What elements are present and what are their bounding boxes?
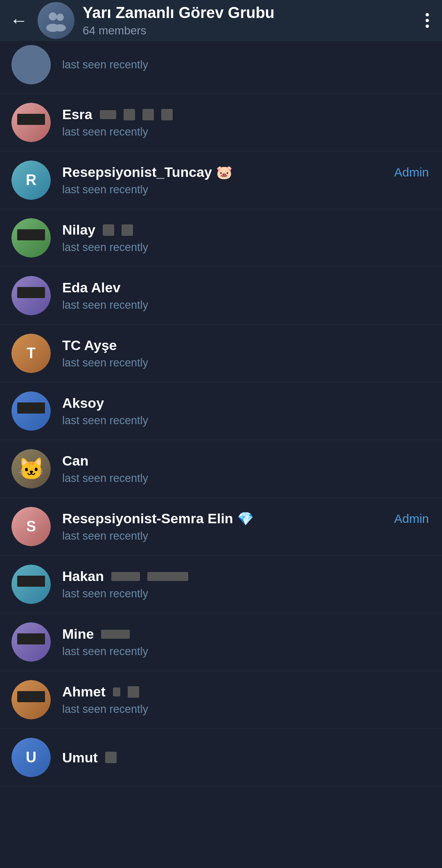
member-name: Hakan <box>62 568 104 584</box>
group-title: Yarı Zamanlı Görev Grubu <box>83 4 422 23</box>
member-status: last seen recently <box>62 299 431 312</box>
avatar <box>11 218 51 258</box>
partial-avatar <box>11 45 51 84</box>
member-list: last seen recently Esra last seen recent… <box>0 41 442 787</box>
member-info: TC Ayşe last seen recently <box>62 337 431 369</box>
member-info: Umut <box>62 750 431 766</box>
svg-point-0 <box>49 12 57 20</box>
name-row: TC Ayşe <box>62 337 431 353</box>
svg-point-3 <box>54 24 66 32</box>
member-name: Resepsiyonist_Tuncay <box>62 164 212 180</box>
list-item[interactable]: T TC Ayşe last seen recently <box>0 325 442 382</box>
admin-badge: Admin <box>394 512 431 526</box>
member-info: Resepsiyonist-Semra Elin 💎 Admin last se… <box>62 511 431 542</box>
partial-status: last seen recently <box>62 59 148 71</box>
privacy-bar <box>128 686 139 698</box>
back-button[interactable]: ← <box>10 11 28 29</box>
member-name: Resepsiyonist-Semra Elin <box>62 511 233 527</box>
privacy-bar <box>105 752 117 763</box>
avatar <box>11 276 51 315</box>
admin-badge: Admin <box>394 165 431 179</box>
censor-bar <box>17 287 45 298</box>
avatar <box>11 680 51 719</box>
menu-dot-3 <box>426 25 429 28</box>
member-info: Can last seen recently <box>62 453 431 485</box>
name-row: Umut <box>62 750 431 766</box>
privacy-bar <box>100 110 116 119</box>
member-info: Aksoy last seen recently <box>62 395 431 427</box>
member-status: last seen recently <box>62 414 431 427</box>
member-name: Eda Alev <box>62 280 120 296</box>
list-item[interactable]: 🐱 Can last seen recently <box>0 440 442 498</box>
menu-dot-2 <box>426 19 429 22</box>
list-item[interactable]: Mine last seen recently <box>0 613 442 671</box>
name-row: Resepsiyonist_Tuncay 🐷 Admin <box>62 164 431 180</box>
member-info: Nilay last seen recently <box>62 222 431 254</box>
svg-point-1 <box>56 14 64 21</box>
list-item[interactable]: Nilay last seen recently <box>0 209 442 267</box>
member-status: last seen recently <box>62 530 431 542</box>
censor-bar <box>17 402 45 414</box>
member-info: Hakan last seen recently <box>62 568 431 600</box>
privacy-bar <box>113 687 120 696</box>
member-name: Ahmet <box>62 684 106 700</box>
menu-dot-1 <box>426 13 429 16</box>
privacy-bar <box>161 109 173 120</box>
privacy-bar <box>147 572 188 581</box>
censor-bar <box>17 229 45 240</box>
avatar <box>11 565 51 604</box>
list-item[interactable]: Eda Alev last seen recently <box>0 267 442 325</box>
partial-member-item[interactable]: last seen recently <box>0 41 442 94</box>
name-row: Eda Alev <box>62 280 431 296</box>
privacy-bar <box>101 630 130 639</box>
privacy-bar <box>122 224 133 236</box>
member-status: last seen recently <box>62 357 431 369</box>
censor-bar <box>17 691 45 702</box>
list-item[interactable]: Aksoy last seen recently <box>0 382 442 440</box>
list-item[interactable]: R Resepsiyonist_Tuncay 🐷 Admin last seen… <box>0 151 442 209</box>
list-item[interactable]: S Resepsiyonist-Semra Elin 💎 Admin last … <box>0 498 442 556</box>
list-item[interactable]: Esra last seen recently <box>0 94 442 151</box>
privacy-bar <box>124 109 135 120</box>
name-row: Hakan <box>62 568 431 584</box>
member-status: last seen recently <box>62 703 431 716</box>
privacy-bar <box>111 572 140 581</box>
member-name: Umut <box>62 750 98 766</box>
member-name: TC Ayşe <box>62 337 117 353</box>
member-info: Eda Alev last seen recently <box>62 280 431 312</box>
member-info: Ahmet last seen recently <box>62 684 431 716</box>
avatar: U <box>11 738 51 777</box>
group-avatar[interactable] <box>38 2 74 39</box>
member-status: last seen recently <box>62 645 431 658</box>
member-status: last seen recently <box>62 472 431 485</box>
member-count: 64 members <box>83 24 422 37</box>
censor-bar <box>17 576 45 587</box>
avatar: 🐱 <box>11 449 51 488</box>
member-status: last seen recently <box>62 183 431 196</box>
avatar: R <box>11 160 51 200</box>
privacy-bar <box>142 109 154 120</box>
member-name: Esra <box>62 106 92 122</box>
member-name: Can <box>62 453 88 469</box>
member-info: Resepsiyonist_Tuncay 🐷 Admin last seen r… <box>62 164 431 196</box>
privacy-bar <box>103 224 114 236</box>
name-row: Aksoy <box>62 395 431 411</box>
member-info: Esra last seen recently <box>62 106 431 138</box>
name-row: Nilay <box>62 222 431 238</box>
list-item[interactable]: U Umut <box>0 729 442 787</box>
member-emoji: 🐷 <box>216 165 232 180</box>
app-container: ← Yarı Zamanlı Görev Grubu 64 members <box>0 0 442 787</box>
censor-bar <box>17 633 45 644</box>
name-row: Mine <box>62 626 431 642</box>
list-item[interactable]: Hakan last seen recently <box>0 556 442 613</box>
more-options-button[interactable] <box>422 10 432 31</box>
member-name: Nilay <box>62 222 95 238</box>
member-emoji: 💎 <box>237 511 254 527</box>
avatar <box>11 622 51 662</box>
member-name: Mine <box>62 626 94 642</box>
list-item[interactable]: Ahmet last seen recently <box>0 671 442 729</box>
member-status: last seen recently <box>62 126 431 138</box>
member-status: last seen recently <box>62 241 431 254</box>
censor-bar <box>17 114 45 125</box>
header-info: Yarı Zamanlı Görev Grubu 64 members <box>83 4 422 37</box>
